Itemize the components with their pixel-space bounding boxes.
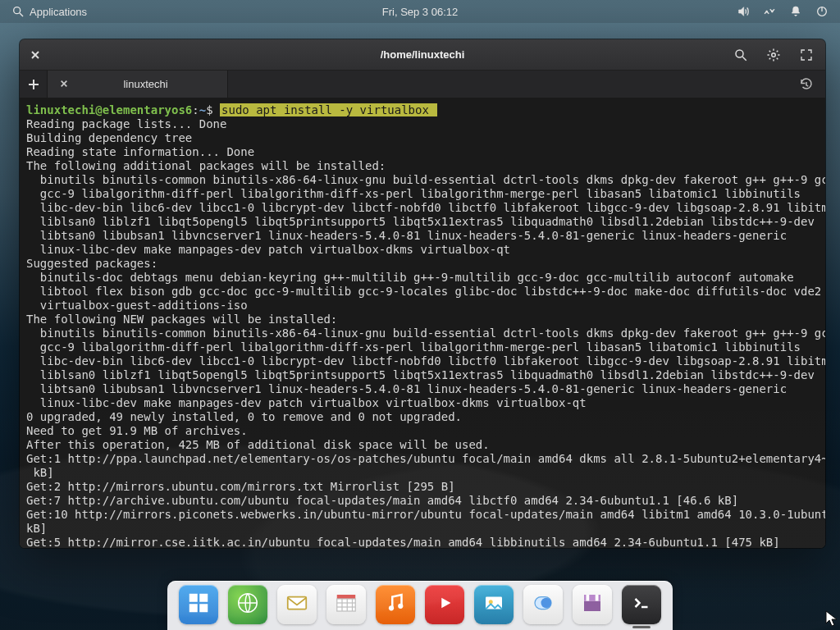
svg-point-23 (389, 605, 394, 610)
appcenter-icon (580, 591, 605, 619)
dock-web-browser[interactable] (228, 585, 267, 624)
applications-menu[interactable]: Applications (11, 5, 87, 18)
gear-icon (766, 48, 781, 62)
dock-music[interactable] (376, 585, 415, 624)
window-title: /home/linuxtechi (20, 48, 825, 61)
web-browser-icon (235, 591, 260, 619)
notifications-indicator[interactable] (789, 5, 802, 18)
applications-label: Applications (30, 6, 87, 18)
svg-rect-15 (337, 595, 356, 599)
window-close-button[interactable] (20, 39, 51, 71)
svg-rect-11 (189, 604, 198, 612)
tab-close-button[interactable] (57, 78, 71, 90)
settings-button[interactable] (760, 41, 788, 69)
dock-switchboard[interactable] (523, 585, 563, 624)
top-panel: Applications Fri, Sep 3 06:12 (0, 0, 840, 23)
dock-mail[interactable] (277, 585, 317, 624)
mail-icon (285, 591, 309, 619)
svg-line-1 (20, 13, 23, 16)
maximize-button[interactable] (792, 41, 820, 69)
dock-multitasking[interactable] (179, 585, 218, 624)
dock-photos[interactable] (474, 585, 514, 624)
svg-rect-32 (587, 595, 590, 601)
music-icon (383, 591, 408, 619)
search-icon (733, 48, 748, 62)
dock-terminal[interactable] (622, 585, 661, 624)
terminal-icon (629, 591, 654, 619)
svg-point-29 (541, 598, 552, 609)
dock-appcenter[interactable] (573, 585, 612, 624)
window-titlebar[interactable]: /home/linuxtechi (20, 39, 825, 71)
svg-rect-33 (596, 595, 599, 601)
network-icon (763, 5, 776, 18)
mouse-cursor (825, 610, 838, 628)
panel-clock: Fri, Sep 3 06:12 (0, 6, 840, 18)
history-icon (799, 77, 814, 92)
volume-icon (737, 5, 750, 18)
terminal-window: /home/linuxtechi linuxtechi linuxte (20, 39, 825, 548)
switchboard-icon (531, 591, 555, 619)
calendar-icon (334, 591, 358, 619)
find-button[interactable] (727, 41, 755, 69)
tab-bar: linuxtechi (20, 71, 825, 98)
terminal-output[interactable]: linuxtechi@elementaryos6:~$ sudo apt ins… (20, 98, 825, 548)
svg-point-2 (766, 11, 768, 12)
svg-point-0 (14, 7, 21, 14)
close-icon (30, 50, 40, 60)
dock-videos[interactable] (425, 585, 464, 624)
bell-icon (789, 5, 802, 18)
tab-label: linuxtechi (79, 78, 212, 90)
svg-rect-30 (584, 601, 600, 612)
svg-point-8 (772, 52, 776, 57)
search-icon (11, 5, 25, 18)
svg-point-24 (398, 604, 403, 609)
videos-icon (432, 591, 457, 619)
power-icon (815, 5, 829, 18)
dock (167, 581, 673, 630)
network-indicator[interactable] (763, 5, 776, 18)
maximize-icon (800, 48, 813, 62)
photos-icon (482, 591, 506, 619)
svg-rect-14 (288, 597, 307, 609)
session-indicator[interactable] (815, 5, 829, 18)
volume-indicator[interactable] (737, 5, 750, 18)
svg-rect-12 (199, 604, 208, 612)
svg-point-3 (771, 11, 773, 12)
close-icon (60, 80, 68, 88)
svg-rect-9 (189, 594, 198, 602)
new-tab-button[interactable] (20, 71, 48, 98)
svg-line-7 (742, 57, 746, 61)
dock-calendar[interactable] (326, 585, 366, 624)
plus-icon (28, 79, 39, 90)
svg-rect-10 (199, 594, 208, 602)
svg-marker-25 (441, 598, 450, 609)
terminal-tab[interactable]: linuxtechi (48, 71, 228, 98)
history-button[interactable] (792, 71, 820, 98)
svg-point-6 (736, 50, 743, 57)
multitasking-icon (186, 591, 211, 619)
